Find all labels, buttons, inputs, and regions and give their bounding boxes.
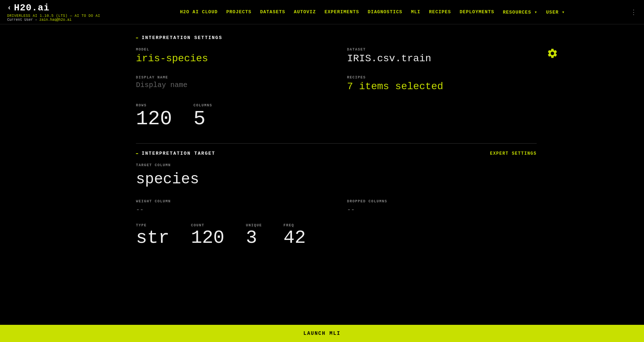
interpretation-target-section: INTERPRETATION TARGET EXPERT SETTINGS TA… bbox=[136, 151, 537, 247]
nav-mli[interactable]: MLI bbox=[411, 9, 420, 15]
nav-experiments[interactable]: EXPERIMENTS bbox=[325, 9, 359, 15]
unique-label: UNIQUE bbox=[246, 223, 262, 227]
freq-value: 42 bbox=[283, 229, 306, 247]
type-stat: TYPE str bbox=[136, 223, 170, 247]
interpretation-settings-section: INTERPRETATION SETTINGS MODEL iris-speci… bbox=[136, 35, 537, 129]
main-content: INTERPRETATION SETTINGS MODEL iris-speci… bbox=[0, 24, 644, 247]
user-email-link[interactable]: zain.haq@h2o.ai bbox=[39, 18, 72, 22]
unique-stat: UNIQUE 3 bbox=[246, 223, 262, 247]
nav-links: H2O AI CLOUD PROJECTS DATASETS AUTOVIZ E… bbox=[114, 9, 630, 15]
nav-diagnostics[interactable]: DIAGNOSTICS bbox=[368, 9, 402, 15]
nav-h2o-ai-cloud[interactable]: H2O AI CLOUD bbox=[180, 9, 218, 15]
nav-recipes[interactable]: RECIPES bbox=[429, 9, 451, 15]
count-value: 120 bbox=[191, 229, 225, 247]
recipes-field: RECIPES 7 items selected bbox=[347, 76, 537, 92]
count-stat: COUNT 120 bbox=[191, 223, 225, 247]
nav-right: ⋮ bbox=[630, 8, 637, 16]
gear-icon[interactable] bbox=[547, 48, 558, 59]
rows-columns-row: ROWS 120 COLUMNS 5 bbox=[136, 103, 537, 129]
gear-icon-area[interactable] bbox=[547, 48, 558, 61]
unique-value: 3 bbox=[246, 229, 262, 247]
recipes-label: RECIPES bbox=[347, 76, 537, 80]
rows-value: 120 bbox=[136, 109, 172, 129]
target-section-title: INTERPRETATION TARGET bbox=[142, 151, 215, 156]
section-separator bbox=[136, 143, 537, 144]
rows-label: ROWS bbox=[136, 103, 172, 107]
settings-section-title: INTERPRETATION SETTINGS bbox=[142, 35, 222, 40]
grid-dots-icon[interactable]: ⋮ bbox=[630, 8, 637, 16]
type-stats-row: TYPE str COUNT 120 UNIQUE 3 FREQ 42 bbox=[136, 223, 537, 247]
target-header: INTERPRETATION TARGET EXPERT SETTINGS bbox=[136, 151, 537, 156]
nav-datasets[interactable]: DATASETS bbox=[260, 9, 285, 15]
dropped-columns-field: DROPPED COLUMNS -- bbox=[347, 199, 537, 213]
nav-deployments[interactable]: DEPLOYMENTS bbox=[460, 9, 494, 15]
dropped-columns-value[interactable]: -- bbox=[347, 206, 537, 213]
nav-resources[interactable]: RESOURCES ▾ bbox=[503, 9, 537, 15]
launch-mli-button[interactable]: LAUNCH MLI bbox=[0, 325, 644, 342]
target-section-divider: INTERPRETATION TARGET bbox=[136, 151, 215, 156]
target-column-field: TARGET COLUMN species bbox=[136, 163, 537, 188]
nav-projects[interactable]: PROJECTS bbox=[226, 9, 252, 15]
display-name-value[interactable]: Display name bbox=[136, 81, 326, 89]
logo-area: ‹ H20.ai DRIVERLESS AI 1.10.5 (LTS) — AI… bbox=[7, 3, 100, 22]
logo-text: H20.ai bbox=[14, 3, 50, 13]
dataset-label: DATASET bbox=[347, 48, 537, 52]
model-dataset-row: MODEL iris-species DATASET IRIS.csv.trai… bbox=[136, 48, 537, 64]
columns-label: COLUMNS bbox=[194, 103, 213, 107]
model-label: MODEL bbox=[136, 48, 326, 52]
rows-stat: ROWS 120 bbox=[136, 103, 172, 129]
freq-label: FREQ bbox=[283, 223, 306, 227]
logo-title[interactable]: ‹ H20.ai bbox=[7, 3, 100, 13]
back-arrow-icon[interactable]: ‹ bbox=[7, 4, 12, 12]
expert-settings-link[interactable]: EXPERT SETTINGS bbox=[490, 151, 537, 156]
current-user-label: Current User – zain.haq@h2o.ai bbox=[7, 18, 100, 22]
weight-column-value[interactable]: -- bbox=[136, 206, 326, 213]
freq-stat: FREQ 42 bbox=[283, 223, 306, 247]
recipes-value[interactable]: 7 items selected bbox=[347, 81, 537, 92]
columns-value: 5 bbox=[194, 109, 213, 129]
target-divider-bar bbox=[136, 153, 138, 154]
target-column-value: species bbox=[136, 171, 537, 188]
dataset-field: DATASET IRIS.csv.train bbox=[347, 48, 537, 64]
logo-version: DRIVERLESS AI 1.10.5 (LTS) — AI TO DO AI bbox=[7, 14, 100, 18]
display-name-field: DISPLAY NAME Display name bbox=[136, 76, 326, 92]
display-name-label: DISPLAY NAME bbox=[136, 76, 326, 80]
nav-user[interactable]: USER ▾ bbox=[546, 9, 565, 15]
nav-autoviz[interactable]: AUTOVIZ bbox=[294, 9, 316, 15]
launch-bar: LAUNCH MLI bbox=[0, 325, 644, 342]
target-column-label: TARGET COLUMN bbox=[136, 163, 537, 167]
weight-dropped-row: WEIGHT COLUMN -- DROPPED COLUMNS -- bbox=[136, 199, 537, 213]
count-label: COUNT bbox=[191, 223, 225, 227]
type-label: TYPE bbox=[136, 223, 170, 227]
divider-bar bbox=[136, 38, 138, 38]
columns-stat: COLUMNS 5 bbox=[194, 103, 213, 129]
weight-column-label: WEIGHT COLUMN bbox=[136, 199, 326, 203]
settings-section-divider: INTERPRETATION SETTINGS bbox=[136, 35, 537, 40]
dataset-value: IRIS.csv.train bbox=[347, 53, 537, 64]
weight-column-field: WEIGHT COLUMN -- bbox=[136, 199, 326, 213]
dropped-columns-label: DROPPED COLUMNS bbox=[347, 199, 537, 203]
topnav: ‹ H20.ai DRIVERLESS AI 1.10.5 (LTS) — AI… bbox=[0, 0, 644, 24]
model-field: MODEL iris-species bbox=[136, 48, 326, 64]
type-value: str bbox=[136, 229, 170, 247]
display-recipes-row: DISPLAY NAME Display name RECIPES 7 item… bbox=[136, 76, 537, 92]
model-value: iris-species bbox=[136, 53, 326, 64]
